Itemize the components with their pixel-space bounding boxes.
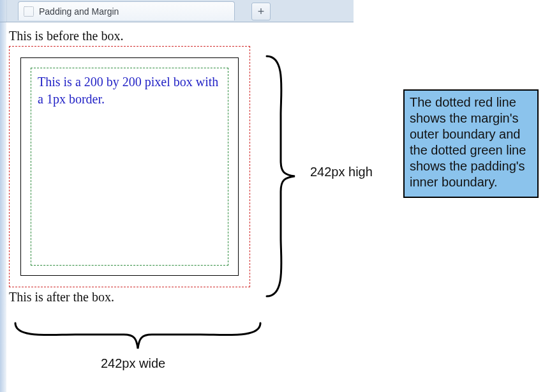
margin-outline: This is a 200 by 200 pixel box with a 1p… [9,46,250,287]
box-content-text: This is a 200 by 200 pixel box with a 1p… [38,73,221,108]
text-after-box: This is after the box. [9,290,354,305]
height-label: 242px high [310,165,373,179]
content-left-edge [0,22,6,392]
padding-outline: This is a 200 by 200 pixel box with a 1p… [31,68,228,266]
width-brace-icon [11,319,264,354]
tab-strip-left-edge [0,0,7,22]
document-body: This is before the box. This is a 200 by… [9,22,354,305]
new-tab-button[interactable]: + [251,3,271,20]
border-outline: This is a 200 by 200 pixel box with a 1p… [20,57,239,276]
width-label: 242px wide [101,356,165,371]
plus-icon: + [258,6,265,17]
text-before-box: This is before the box. [9,29,354,43]
height-brace-icon [262,54,300,299]
page-icon [24,6,34,17]
explanation-callout: The dotted red line shows the margin's o… [403,89,539,198]
browser-tab[interactable]: Padding and Margin [18,1,235,20]
browser-tab-strip: Padding and Margin + [0,0,354,22]
page-content: This is before the box. This is a 200 by… [0,22,354,307]
browser-tab-title: Padding and Margin [39,6,119,17]
